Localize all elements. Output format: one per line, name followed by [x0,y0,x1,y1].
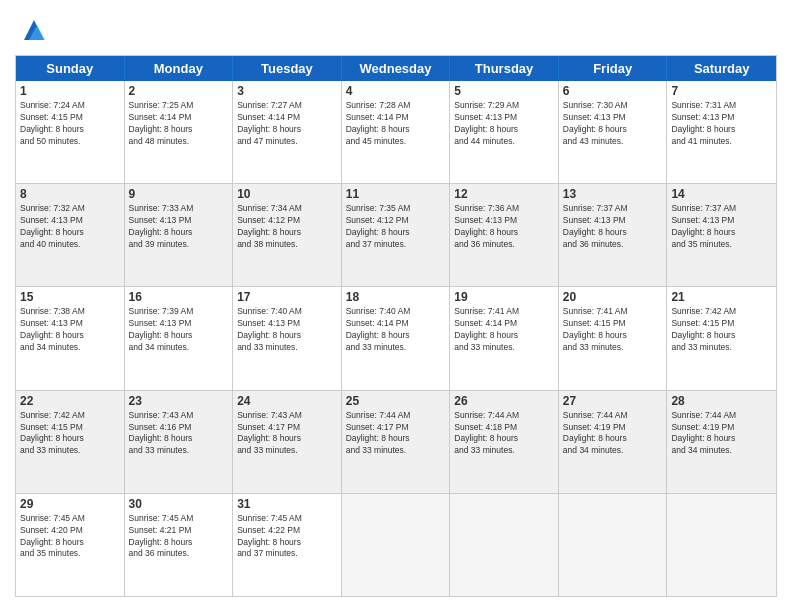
cell-content: Sunrise: 7:31 AMSunset: 4:13 PMDaylight:… [671,100,772,148]
cell-content: Sunrise: 7:44 AMSunset: 4:18 PMDaylight:… [454,410,554,458]
day-cell-28: 28Sunrise: 7:44 AMSunset: 4:19 PMDayligh… [667,391,776,493]
logo [15,15,49,45]
day-number: 22 [20,394,120,408]
cell-content: Sunrise: 7:39 AMSunset: 4:13 PMDaylight:… [129,306,229,354]
day-number: 25 [346,394,446,408]
cell-content: Sunrise: 7:28 AMSunset: 4:14 PMDaylight:… [346,100,446,148]
calendar-week-5: 29Sunrise: 7:45 AMSunset: 4:20 PMDayligh… [16,494,776,596]
cell-content: Sunrise: 7:44 AMSunset: 4:17 PMDaylight:… [346,410,446,458]
cell-content: Sunrise: 7:41 AMSunset: 4:14 PMDaylight:… [454,306,554,354]
day-cell-17: 17Sunrise: 7:40 AMSunset: 4:13 PMDayligh… [233,287,342,389]
cell-content: Sunrise: 7:42 AMSunset: 4:15 PMDaylight:… [20,410,120,458]
cell-content: Sunrise: 7:43 AMSunset: 4:17 PMDaylight:… [237,410,337,458]
day-cell-20: 20Sunrise: 7:41 AMSunset: 4:15 PMDayligh… [559,287,668,389]
header-day-wednesday: Wednesday [342,56,451,81]
cell-content: Sunrise: 7:38 AMSunset: 4:13 PMDaylight:… [20,306,120,354]
empty-cell [450,494,559,596]
day-number: 7 [671,84,772,98]
cell-content: Sunrise: 7:25 AMSunset: 4:14 PMDaylight:… [129,100,229,148]
day-cell-5: 5Sunrise: 7:29 AMSunset: 4:13 PMDaylight… [450,81,559,183]
day-number: 18 [346,290,446,304]
day-cell-1: 1Sunrise: 7:24 AMSunset: 4:15 PMDaylight… [16,81,125,183]
cell-content: Sunrise: 7:45 AMSunset: 4:20 PMDaylight:… [20,513,120,561]
day-number: 12 [454,187,554,201]
day-number: 13 [563,187,663,201]
day-cell-16: 16Sunrise: 7:39 AMSunset: 4:13 PMDayligh… [125,287,234,389]
header-day-friday: Friday [559,56,668,81]
calendar-week-2: 8Sunrise: 7:32 AMSunset: 4:13 PMDaylight… [16,184,776,287]
day-cell-27: 27Sunrise: 7:44 AMSunset: 4:19 PMDayligh… [559,391,668,493]
cell-content: Sunrise: 7:42 AMSunset: 4:15 PMDaylight:… [671,306,772,354]
day-cell-24: 24Sunrise: 7:43 AMSunset: 4:17 PMDayligh… [233,391,342,493]
cell-content: Sunrise: 7:34 AMSunset: 4:12 PMDaylight:… [237,203,337,251]
cell-content: Sunrise: 7:33 AMSunset: 4:13 PMDaylight:… [129,203,229,251]
cell-content: Sunrise: 7:37 AMSunset: 4:13 PMDaylight:… [671,203,772,251]
cell-content: Sunrise: 7:32 AMSunset: 4:13 PMDaylight:… [20,203,120,251]
day-cell-2: 2Sunrise: 7:25 AMSunset: 4:14 PMDaylight… [125,81,234,183]
empty-cell [559,494,668,596]
page: SundayMondayTuesdayWednesdayThursdayFrid… [0,0,792,612]
day-number: 5 [454,84,554,98]
day-cell-31: 31Sunrise: 7:45 AMSunset: 4:22 PMDayligh… [233,494,342,596]
cell-content: Sunrise: 7:44 AMSunset: 4:19 PMDaylight:… [563,410,663,458]
day-cell-30: 30Sunrise: 7:45 AMSunset: 4:21 PMDayligh… [125,494,234,596]
header-day-saturday: Saturday [667,56,776,81]
calendar: SundayMondayTuesdayWednesdayThursdayFrid… [15,55,777,597]
day-number: 14 [671,187,772,201]
cell-content: Sunrise: 7:35 AMSunset: 4:12 PMDaylight:… [346,203,446,251]
header-day-thursday: Thursday [450,56,559,81]
empty-cell [667,494,776,596]
header [15,15,777,45]
cell-content: Sunrise: 7:45 AMSunset: 4:21 PMDaylight:… [129,513,229,561]
day-cell-13: 13Sunrise: 7:37 AMSunset: 4:13 PMDayligh… [559,184,668,286]
cell-content: Sunrise: 7:44 AMSunset: 4:19 PMDaylight:… [671,410,772,458]
day-cell-10: 10Sunrise: 7:34 AMSunset: 4:12 PMDayligh… [233,184,342,286]
cell-content: Sunrise: 7:36 AMSunset: 4:13 PMDaylight:… [454,203,554,251]
cell-content: Sunrise: 7:41 AMSunset: 4:15 PMDaylight:… [563,306,663,354]
cell-content: Sunrise: 7:30 AMSunset: 4:13 PMDaylight:… [563,100,663,148]
day-cell-14: 14Sunrise: 7:37 AMSunset: 4:13 PMDayligh… [667,184,776,286]
calendar-body: 1Sunrise: 7:24 AMSunset: 4:15 PMDaylight… [16,81,776,596]
day-number: 9 [129,187,229,201]
day-cell-12: 12Sunrise: 7:36 AMSunset: 4:13 PMDayligh… [450,184,559,286]
day-cell-15: 15Sunrise: 7:38 AMSunset: 4:13 PMDayligh… [16,287,125,389]
header-day-monday: Monday [125,56,234,81]
cell-content: Sunrise: 7:45 AMSunset: 4:22 PMDaylight:… [237,513,337,561]
day-number: 20 [563,290,663,304]
day-number: 27 [563,394,663,408]
day-cell-6: 6Sunrise: 7:30 AMSunset: 4:13 PMDaylight… [559,81,668,183]
day-cell-26: 26Sunrise: 7:44 AMSunset: 4:18 PMDayligh… [450,391,559,493]
day-cell-18: 18Sunrise: 7:40 AMSunset: 4:14 PMDayligh… [342,287,451,389]
day-cell-22: 22Sunrise: 7:42 AMSunset: 4:15 PMDayligh… [16,391,125,493]
day-number: 11 [346,187,446,201]
day-number: 28 [671,394,772,408]
day-number: 1 [20,84,120,98]
calendar-header: SundayMondayTuesdayWednesdayThursdayFrid… [16,56,776,81]
day-cell-25: 25Sunrise: 7:44 AMSunset: 4:17 PMDayligh… [342,391,451,493]
day-number: 6 [563,84,663,98]
header-day-tuesday: Tuesday [233,56,342,81]
empty-cell [342,494,451,596]
day-number: 21 [671,290,772,304]
day-cell-8: 8Sunrise: 7:32 AMSunset: 4:13 PMDaylight… [16,184,125,286]
calendar-week-3: 15Sunrise: 7:38 AMSunset: 4:13 PMDayligh… [16,287,776,390]
day-number: 30 [129,497,229,511]
cell-content: Sunrise: 7:43 AMSunset: 4:16 PMDaylight:… [129,410,229,458]
day-number: 24 [237,394,337,408]
day-number: 26 [454,394,554,408]
day-number: 10 [237,187,337,201]
day-number: 3 [237,84,337,98]
day-number: 31 [237,497,337,511]
day-cell-11: 11Sunrise: 7:35 AMSunset: 4:12 PMDayligh… [342,184,451,286]
calendar-week-4: 22Sunrise: 7:42 AMSunset: 4:15 PMDayligh… [16,391,776,494]
day-cell-19: 19Sunrise: 7:41 AMSunset: 4:14 PMDayligh… [450,287,559,389]
day-number: 19 [454,290,554,304]
day-cell-23: 23Sunrise: 7:43 AMSunset: 4:16 PMDayligh… [125,391,234,493]
day-number: 2 [129,84,229,98]
day-cell-3: 3Sunrise: 7:27 AMSunset: 4:14 PMDaylight… [233,81,342,183]
day-cell-9: 9Sunrise: 7:33 AMSunset: 4:13 PMDaylight… [125,184,234,286]
cell-content: Sunrise: 7:29 AMSunset: 4:13 PMDaylight:… [454,100,554,148]
cell-content: Sunrise: 7:40 AMSunset: 4:14 PMDaylight:… [346,306,446,354]
header-day-sunday: Sunday [16,56,125,81]
day-cell-29: 29Sunrise: 7:45 AMSunset: 4:20 PMDayligh… [16,494,125,596]
